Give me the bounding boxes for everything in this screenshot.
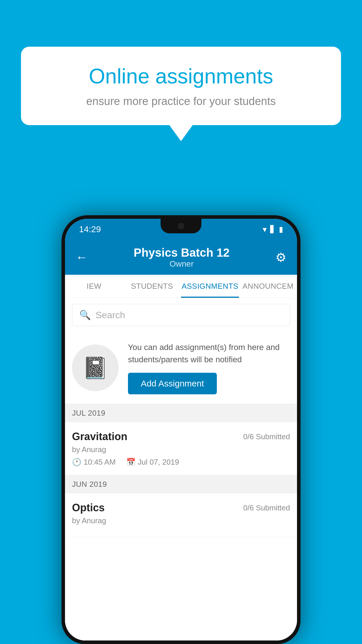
assignment-item-optics[interactable]: Optics 0/6 Submitted by Anurag — [65, 494, 297, 537]
phone-frame: 14:29 ▾ ▋ ▮ ← Physics Batch 12 Owner ⚙ — [61, 215, 301, 644]
status-bar: 14:29 ▾ ▋ ▮ — [65, 219, 297, 240]
tab-bar: IEW STUDENTS ASSIGNMENTS ANNOUNCEM — [65, 275, 297, 298]
header-subtitle: Owner — [133, 259, 229, 269]
clock-icon: 🕐 — [72, 458, 81, 467]
month-header-jul: JUL 2019 — [65, 404, 297, 422]
add-assignment-right: You can add assignment(s) from here and … — [128, 341, 290, 394]
speech-bubble-tail — [169, 125, 193, 141]
signal-icon: ▋ — [270, 225, 275, 233]
header-center: Physics Batch 12 Owner — [133, 246, 229, 269]
meta-time: 🕐 10:45 AM — [72, 458, 116, 467]
hero-section: Online assignments ensure more practice … — [21, 47, 341, 141]
notebook-icon: 📓 — [82, 356, 108, 380]
assignment-author-optics: by Anurag — [72, 516, 290, 525]
wifi-icon: ▾ — [263, 225, 267, 234]
month-header-jun: JUN 2019 — [65, 475, 297, 494]
assignment-submitted-optics: 0/6 Submitted — [243, 503, 290, 512]
tab-iew[interactable]: IEW — [65, 275, 123, 298]
camera-dot — [178, 223, 184, 229]
tab-students[interactable]: STUDENTS — [123, 275, 181, 298]
phone-inner: 14:29 ▾ ▋ ▮ ← Physics Batch 12 Owner ⚙ — [65, 219, 297, 640]
assignment-item-gravitation[interactable]: Gravitation 0/6 Submitted by Anurag 🕐 10… — [65, 422, 297, 475]
calendar-icon: 📅 — [126, 458, 136, 467]
assignment-name-optics: Optics — [72, 502, 105, 514]
speech-bubble: Online assignments ensure more practice … — [21, 47, 341, 125]
assignment-submitted: 0/6 Submitted — [243, 432, 290, 441]
search-bar[interactable]: 🔍 Search — [72, 304, 290, 326]
status-icons: ▾ ▋ ▮ — [263, 225, 283, 234]
assignment-top-optics: Optics 0/6 Submitted — [72, 502, 290, 514]
assignment-icon-circle: 📓 — [72, 344, 119, 391]
add-assignment-button[interactable]: Add Assignment — [128, 373, 217, 394]
add-assignment-section: 📓 You can add assignment(s) from here an… — [65, 332, 297, 404]
content-area: 🔍 Search 📓 You can add assignment(s) fro… — [65, 298, 297, 640]
search-container: 🔍 Search — [65, 298, 297, 332]
add-assignment-description: You can add assignment(s) from here and … — [128, 341, 290, 366]
meta-date: 📅 Jul 07, 2019 — [126, 458, 179, 467]
assignment-meta: 🕐 10:45 AM 📅 Jul 07, 2019 — [72, 458, 290, 467]
app-header: ← Physics Batch 12 Owner ⚙ — [65, 240, 297, 275]
notch — [161, 219, 201, 233]
search-icon: 🔍 — [79, 309, 91, 321]
assignment-top: Gravitation 0/6 Submitted — [72, 430, 290, 443]
assignment-name: Gravitation — [72, 430, 127, 443]
tab-announcements[interactable]: ANNOUNCEM — [239, 275, 297, 298]
assignment-author: by Anurag — [72, 445, 290, 454]
battery-icon: ▮ — [279, 225, 283, 234]
header-title: Physics Batch 12 — [133, 246, 229, 259]
search-placeholder: Search — [96, 310, 125, 321]
status-time: 14:29 — [79, 224, 101, 234]
back-button[interactable]: ← — [75, 250, 88, 264]
hero-title: Online assignments — [44, 64, 318, 88]
tab-assignments[interactable]: ASSIGNMENTS — [181, 275, 239, 298]
settings-icon[interactable]: ⚙ — [275, 250, 287, 265]
hero-subtitle: ensure more practice for your students — [44, 95, 318, 108]
